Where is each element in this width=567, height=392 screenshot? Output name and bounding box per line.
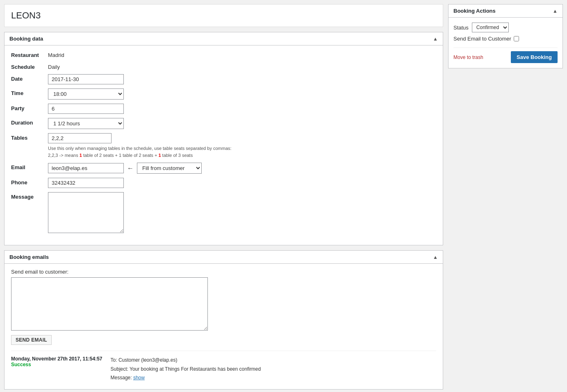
party-input[interactable] [48,104,124,114]
duration-field: 30 minutes 1 hour 1 1/2 hours 2 hours 2 … [48,118,436,129]
tables-input[interactable] [48,133,112,143]
save-booking-button[interactable]: Save Booking [511,51,558,63]
email-row: Email ← Fill from customer [11,163,436,174]
email-log-to: To: Customer (leon3@elap.es) [111,356,261,365]
email-log-details: To: Customer (leon3@elap.es) Subject: Yo… [111,356,261,383]
booking-data-metabox: Booking data ▲ Restaurant Madrid Schedul… [4,32,443,245]
tables-field: Use this only when managing tables in th… [48,133,436,159]
schedule-value: Daily [48,62,436,70]
page-title: LEON3 [4,4,443,27]
message-textarea[interactable] [48,192,124,233]
booking-data-body: Restaurant Madrid Schedule Daily Date [5,45,443,245]
booking-data-title: Booking data [9,36,43,42]
message-row: Message [11,192,436,234]
send-email-button[interactable]: SEND EMAIL [11,335,52,345]
date-field [48,74,436,84]
email-label: Email [11,163,48,170]
email-log-subject: Subject: Your booking at Things For Rest… [111,365,261,374]
tables-hint: Use this only when managing tables in th… [48,145,436,159]
party-label: Party [11,104,48,111]
tables-row: Tables Use this only when managing table… [11,133,436,159]
message-label: Message [11,192,48,200]
schedule-row: Schedule Daily [11,62,436,70]
email-log-meta: Monday, November 27th 2017, 11:54:57 Suc… [11,356,102,383]
booking-actions-body: Status Pending Confirmed Cancelled Send … [449,18,562,68]
restaurant-row: Restaurant Madrid [11,50,436,58]
booking-data-header[interactable]: Booking data ▲ [5,32,443,45]
party-field [48,104,436,114]
restaurant-value: Madrid [48,50,436,58]
status-label: Status [453,25,469,31]
time-label: Time [11,88,48,96]
send-email-checkbox[interactable] [514,36,519,41]
booking-emails-header[interactable]: Booking emails ▲ [5,251,443,264]
email-row-inner: ← Fill from customer [48,163,436,174]
email-body-textarea[interactable] [11,277,208,331]
email-log-message: Message: show [111,374,261,383]
date-input[interactable] [48,74,124,84]
tables-label: Tables [11,133,48,141]
email-log-date: Monday, November 27th 2017, 11:54:57 [11,356,102,362]
duration-row: Duration 30 minutes 1 hour 1 1/2 hours 2… [11,118,436,129]
send-email-check-row: Send Email to Customer [453,36,558,42]
tables-highlight: 1 [80,153,82,158]
actions-footer: Move to trash Save Booking [453,48,558,63]
phone-field [48,178,436,188]
email-log-status: Success [11,362,102,367]
booking-actions-box: Booking Actions ▲ Status Pending Confirm… [448,4,563,68]
send-email-to-customer-label: Send email to customer: [11,269,436,275]
time-select[interactable]: 18:00 18:30 19:00 19:30 20:00 [48,88,124,100]
send-email-check-label: Send Email to Customer [453,36,511,42]
booking-actions-title: Booking Actions [453,8,496,14]
fill-arrow-button[interactable]: ← [126,165,134,172]
phone-input[interactable] [48,178,124,188]
restaurant-label: Restaurant [11,50,48,58]
date-label: Date [11,74,48,82]
email-field: ← Fill from customer [48,163,436,174]
date-row: Date [11,74,436,84]
party-row: Party [11,104,436,114]
booking-actions-header[interactable]: Booking Actions ▲ [449,5,562,18]
status-row: Status Pending Confirmed Cancelled [453,23,558,32]
email-log: Monday, November 27th 2017, 11:54:57 Suc… [11,351,436,383]
fill-from-customer-select[interactable]: Fill from customer [137,163,202,174]
collapse-icon: ▲ [433,36,438,42]
collapse-emails-icon: ▲ [433,254,438,260]
collapse-actions-icon: ▲ [553,8,558,14]
move-to-trash-link[interactable]: Move to trash [453,54,483,60]
sidebar: Booking Actions ▲ Status Pending Confirm… [448,4,563,68]
message-field [48,192,436,234]
time-field: 18:00 18:30 19:00 19:30 20:00 [48,88,436,100]
phone-row: Phone [11,178,436,188]
duration-select[interactable]: 30 minutes 1 hour 1 1/2 hours 2 hours 2 … [48,118,124,129]
schedule-label: Schedule [11,62,48,70]
phone-label: Phone [11,178,48,186]
time-row: Time 18:00 18:30 19:00 19:30 20:00 [11,88,436,100]
booking-emails-body: Send email to customer: SEND EMAIL Monda… [5,264,443,389]
tables-highlight2: 1 [158,153,161,158]
booking-emails-metabox: Booking emails ▲ Send email to customer:… [4,250,443,390]
email-log-show-link[interactable]: show [133,375,145,381]
status-select[interactable]: Pending Confirmed Cancelled [472,23,509,32]
booking-emails-title: Booking emails [9,254,49,260]
email-input[interactable] [48,163,124,173]
duration-label: Duration [11,118,48,126]
